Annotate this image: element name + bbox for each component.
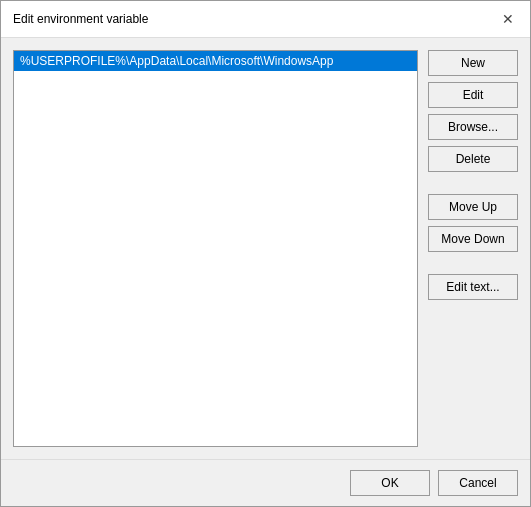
list-item[interactable]: %USERPROFILE%\AppData\Local\Microsoft\Wi… bbox=[14, 51, 417, 71]
list-empty-row bbox=[14, 211, 417, 231]
title-bar: Edit environment variable ✕ bbox=[1, 1, 530, 38]
edit-environment-variable-dialog: Edit environment variable ✕ %USERPROFILE… bbox=[0, 0, 531, 507]
spacer-2 bbox=[428, 258, 518, 268]
env-variable-list[interactable]: %USERPROFILE%\AppData\Local\Microsoft\Wi… bbox=[13, 50, 418, 447]
close-button[interactable]: ✕ bbox=[498, 9, 518, 29]
list-empty-row bbox=[14, 291, 417, 311]
list-empty-row bbox=[14, 111, 417, 131]
list-empty-row bbox=[14, 151, 417, 171]
list-empty-row bbox=[14, 331, 417, 351]
list-empty-row bbox=[14, 371, 417, 391]
list-empty-row bbox=[14, 231, 417, 251]
dialog-title: Edit environment variable bbox=[13, 12, 148, 26]
list-empty-row bbox=[14, 271, 417, 291]
delete-button[interactable]: Delete bbox=[428, 146, 518, 172]
move-up-button[interactable]: Move Up bbox=[428, 194, 518, 220]
list-empty-row bbox=[14, 351, 417, 371]
list-empty-row bbox=[14, 311, 417, 331]
dialog-footer: OK Cancel bbox=[1, 459, 530, 506]
action-buttons-panel: New Edit Browse... Delete Move Up Move D… bbox=[428, 50, 518, 447]
list-empty-row bbox=[14, 171, 417, 191]
spacer-1 bbox=[428, 178, 518, 188]
edit-button[interactable]: Edit bbox=[428, 82, 518, 108]
list-empty-row bbox=[14, 71, 417, 91]
new-button[interactable]: New bbox=[428, 50, 518, 76]
move-down-button[interactable]: Move Down bbox=[428, 226, 518, 252]
list-empty-row bbox=[14, 91, 417, 111]
list-empty-row bbox=[14, 251, 417, 271]
cancel-button[interactable]: Cancel bbox=[438, 470, 518, 496]
ok-button[interactable]: OK bbox=[350, 470, 430, 496]
list-empty-row bbox=[14, 131, 417, 151]
browse-button[interactable]: Browse... bbox=[428, 114, 518, 140]
list-empty-row bbox=[14, 191, 417, 211]
dialog-body: %USERPROFILE%\AppData\Local\Microsoft\Wi… bbox=[1, 38, 530, 459]
edit-text-button[interactable]: Edit text... bbox=[428, 274, 518, 300]
